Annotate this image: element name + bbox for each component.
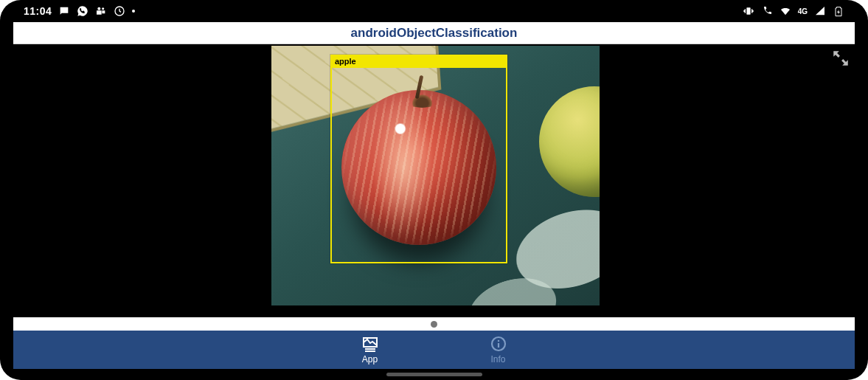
message-icon — [58, 5, 70, 17]
tab-info[interactable]: Info — [490, 335, 507, 365]
clock-icon — [114, 5, 125, 17]
camera-stage: apple — [13, 44, 855, 317]
bottom-tab-bar: App Info — [13, 331, 855, 369]
page-indicator — [13, 317, 855, 331]
info-tab-icon — [490, 335, 507, 353]
tab-info-label: Info — [490, 354, 505, 365]
teams-icon — [95, 5, 107, 17]
call-wifi-icon — [761, 5, 773, 17]
app-title-bar: androidObjectClassification — [13, 22, 855, 44]
wifi-icon — [780, 5, 791, 17]
tab-app[interactable]: App — [361, 335, 379, 365]
svg-rect-3 — [746, 7, 750, 14]
gesture-bar[interactable] — [386, 373, 482, 376]
network-type: 4G — [798, 7, 808, 15]
whatsapp-icon — [77, 5, 88, 17]
detection-label: apple — [330, 55, 507, 68]
more-notifications-dot — [132, 10, 135, 13]
status-bar: 11:04 4G — [13, 0, 855, 22]
status-clock: 11:04 — [24, 5, 52, 17]
citrus-graphic — [539, 86, 600, 197]
camera-preview[interactable]: apple — [271, 46, 600, 305]
app-title: androidObjectClassification — [351, 26, 518, 41]
svg-point-0 — [98, 7, 101, 10]
svg-point-1 — [102, 7, 104, 10]
app-tab-icon — [361, 335, 379, 353]
signal-icon — [814, 5, 826, 17]
pager-dot — [431, 321, 437, 328]
fullscreen-button[interactable] — [831, 49, 850, 68]
svg-point-6 — [497, 340, 499, 342]
vibrate-icon — [743, 5, 754, 17]
tab-app-label: App — [362, 354, 378, 365]
battery-icon — [833, 5, 844, 17]
detection-bounding-box: apple — [330, 55, 507, 263]
gesture-nav[interactable] — [13, 369, 855, 380]
